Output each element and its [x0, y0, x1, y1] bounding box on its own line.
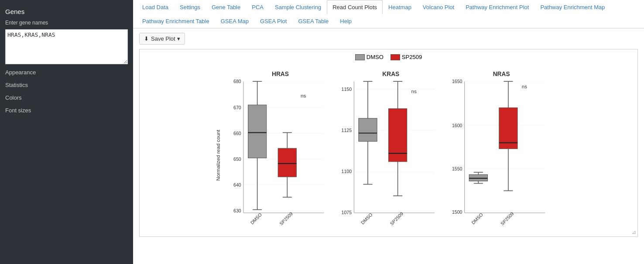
hras-y-640: 640 [233, 182, 241, 188]
nras-y-1600: 1600 [452, 123, 462, 128]
sidebar-item-appearance[interactable]: Appearance [0, 66, 133, 79]
main-content: Load DataSettingsGene TablePCASample Clu… [133, 0, 644, 264]
kras-y-1100: 1100 [342, 169, 352, 174]
nras-y-1650: 1650 [452, 79, 462, 84]
resize-handle[interactable]: ⊿ [632, 229, 636, 235]
nras-panel: NRAS ns 1650 1600 1550 1500 [452, 71, 545, 226]
nras-x-dmso: DMSO [470, 212, 484, 226]
kras-y-1125: 1125 [342, 128, 352, 133]
hras-y-680: 680 [233, 79, 241, 84]
tab-settings[interactable]: Settings [174, 0, 206, 14]
tab-bar: Load DataSettingsGene TablePCASample Clu… [133, 0, 644, 28]
sidebar-item-colors[interactable]: Colors [0, 91, 133, 104]
tab-help[interactable]: Help [334, 14, 357, 28]
legend-item-dmso: DMSO [355, 54, 384, 60]
tab-pathway-enrichment-plot[interactable]: Pathway Enrichment Plot [460, 0, 534, 14]
gene-input[interactable] [5, 29, 128, 64]
kras-y-1075: 1075 [342, 210, 352, 215]
save-plot-label: Save Plot [151, 35, 175, 42]
y-axis-label: Normalized read count [215, 129, 221, 181]
kras-title: KRAS [382, 71, 399, 77]
sidebar: Genes Enter gene names Appearance Statis… [0, 0, 133, 264]
tab-sample-clustering[interactable]: Sample Clustering [269, 0, 327, 14]
legend-item-sp2509: SP2509 [391, 54, 422, 60]
legend-label-sp2509: SP2509 [402, 54, 422, 60]
save-plot-button[interactable]: ⬇ Save Plot ▾ [139, 33, 185, 45]
tab-pathway-enrichment-table[interactable]: Pathway Enrichment Table [137, 14, 215, 28]
hras-y-670: 670 [233, 105, 241, 110]
kras-y-1150: 1150 [342, 87, 352, 92]
save-icon: ⬇ [144, 35, 149, 42]
sidebar-title: Genes [0, 4, 133, 18]
sidebar-item-statistics[interactable]: Statistics [0, 79, 133, 91]
hras-y-660: 660 [233, 131, 241, 136]
kras-ns: ns [411, 88, 416, 94]
tab-heatmap[interactable]: Heatmap [383, 0, 417, 14]
tab-gene-table[interactable]: Gene Table [206, 0, 246, 14]
kras-panel: KRAS ns 1150 1125 1100 1075 [342, 71, 435, 226]
tab-pca[interactable]: PCA [246, 0, 269, 14]
tab-gsea-map[interactable]: GSEA Map [215, 14, 254, 28]
kras-dmso-box [359, 118, 377, 142]
hras-x-sp2509: SP2509 [278, 211, 294, 226]
sp2509-swatch [391, 54, 400, 60]
hras-dmso-box [248, 105, 267, 158]
kras-x-dmso: DMSO [360, 212, 373, 226]
tab-gsea-plot[interactable]: GSEA Plot [254, 14, 292, 28]
tab-read-count-plots[interactable]: Read Count Plots [327, 0, 383, 14]
hras-y-650: 650 [233, 156, 241, 162]
nras-y-1550: 1550 [452, 166, 462, 171]
tab-volcano-plot[interactable]: Volcano Plot [417, 0, 460, 14]
tab-load-data[interactable]: Load Data [137, 0, 174, 14]
sidebar-item-font-sizes[interactable]: Font sizes [0, 104, 133, 117]
hras-x-dmso: DMSO [249, 212, 263, 226]
nras-y-1500: 1500 [452, 209, 462, 215]
nras-x-sp2509: SP2509 [500, 211, 515, 226]
hras-y-630: 630 [233, 208, 241, 213]
hras-ns: ns [301, 93, 306, 98]
nras-ns: ns [522, 83, 527, 89]
content-area: ⬇ Save Plot ▾ DMSO SP2509 Normalized rea… [133, 28, 644, 264]
legend-label-dmso: DMSO [367, 54, 384, 60]
kras-x-sp2509: SP2509 [389, 211, 404, 226]
hras-panel: HRAS ns 680 670 660 650 640 630 [233, 71, 324, 226]
hras-title: HRAS [272, 71, 289, 77]
hras-sp2509-box [278, 148, 296, 177]
chart-svg: Normalized read count HRAS ns 680 670 66… [144, 63, 633, 229]
dropdown-arrow-icon: ▾ [177, 35, 180, 42]
tab-pathway-enrichment-map[interactable]: Pathway Enrichment Map [534, 0, 610, 14]
chart-legend: DMSO SP2509 [144, 54, 633, 60]
nras-title: NRAS [493, 71, 510, 77]
dmso-swatch [355, 54, 365, 60]
tab-gsea-table[interactable]: GSEA Table [292, 14, 334, 28]
gene-input-label: Enter gene names [0, 18, 133, 28]
plot-container: DMSO SP2509 Normalized read count HRAS n… [139, 49, 638, 237]
